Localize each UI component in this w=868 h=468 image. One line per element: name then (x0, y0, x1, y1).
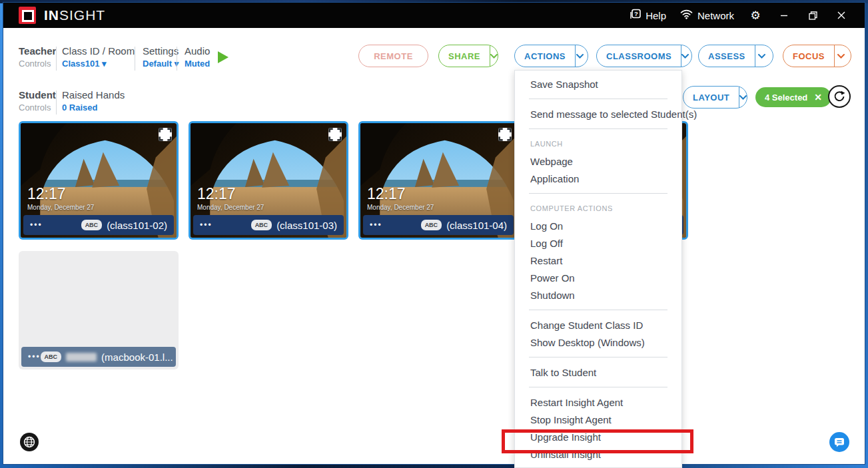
menu-separator (529, 387, 667, 387)
play-audio-icon[interactable] (218, 51, 228, 63)
lockscreen-clock: 12:17Monday, December 27 (27, 185, 94, 211)
menu-item-restart[interactable]: Restart (515, 252, 681, 269)
lockscreen-clock: 12:17Monday, December 27 (367, 185, 434, 211)
menu-item-restart-insight-agent[interactable]: Restart Insight Agent (515, 393, 681, 411)
raised-hands-count: 0 Raised (62, 103, 125, 113)
student-name: (macbook-01.l... (101, 351, 173, 363)
divider (135, 47, 135, 71)
student-name-bar: •••ABC(class101-02) (23, 215, 174, 235)
student-name: (class101-04) (446, 220, 507, 231)
chevron-down-icon[interactable] (575, 45, 584, 67)
expand-fullscreen-icon[interactable] (498, 128, 512, 141)
class-id-dropdown[interactable]: Class101 ▾ (62, 59, 135, 69)
title-bar: INSIGHT ? Help Network ⚙ (3, 3, 865, 28)
audio-status[interactable]: Muted (185, 59, 210, 69)
student-name-bar: •••ABC(class101-04) (363, 215, 514, 235)
menu-separator (529, 193, 667, 194)
refresh-button[interactable] (828, 85, 851, 108)
divider (56, 47, 57, 71)
menu-item-change-student-class-id[interactable]: Change Student Class ID (515, 316, 681, 334)
desktop: INSIGHT ? Help Network ⚙ (0, 0, 868, 468)
layout-button[interactable]: LAYOUT (683, 86, 747, 109)
svg-text:?: ? (634, 10, 638, 17)
student-name-bar: •••ABC(class101-03) (193, 215, 344, 235)
focus-button[interactable]: FOCUS (783, 45, 851, 67)
menu-separator (529, 357, 667, 357)
chevron-down-icon[interactable] (834, 45, 847, 67)
minimize-button[interactable] (773, 7, 795, 24)
thumbnail-options-dots[interactable]: ••• (30, 220, 43, 230)
chevron-down-icon[interactable] (490, 45, 498, 67)
help-label: Help (646, 10, 666, 21)
student-name: (class101-03) (276, 220, 337, 231)
app-title-bold: IN (44, 7, 59, 23)
menu-item-power-on[interactable]: Power On (515, 269, 681, 286)
settings-dropdown[interactable]: Default ▾ (143, 59, 179, 69)
insight-window: INSIGHT ? Help Network ⚙ (3, 3, 865, 464)
expand-fullscreen-icon[interactable] (328, 128, 342, 141)
menu-item-log-off[interactable]: Log Off (515, 234, 681, 252)
menu-section-header: COMPUTER ACTIONS (515, 200, 681, 217)
settings-group: Settings Default ▾ (143, 45, 179, 69)
actions-button[interactable]: ACTIONS (514, 45, 588, 67)
share-button[interactable]: SHARE (438, 45, 498, 67)
expand-fullscreen-icon[interactable] (159, 128, 172, 141)
menu-item-stop-insight-agent[interactable]: Stop Insight Agent (515, 411, 681, 428)
student-controls-label: Student Controls (19, 89, 56, 113)
chevron-down-icon[interactable] (755, 45, 769, 67)
help-icon: ? (630, 9, 641, 22)
menu-separator (529, 99, 667, 99)
abc-badge: ABC (251, 220, 272, 230)
remote-button[interactable]: REMOTE (358, 45, 428, 67)
student-thumbnail[interactable]: •••ABC(macbook-01.l... (19, 251, 179, 369)
network-label: Network (697, 10, 734, 21)
actions-menu: Save SnapshotSend message to selected St… (514, 70, 682, 468)
divider (56, 91, 57, 115)
network-button[interactable]: Network (676, 7, 738, 24)
class-id-room-group: Class ID / Room Class101 ▾ (62, 45, 135, 69)
raised-hands-group: Raised Hands 0 Raised (62, 89, 125, 113)
close-button[interactable] (830, 7, 853, 24)
chevron-down-icon[interactable] (739, 87, 747, 108)
audio-group: Audio Muted (185, 45, 210, 69)
globe-icon[interactable] (19, 432, 39, 452)
selected-count-badge[interactable]: 4 Selected ✕ (755, 87, 831, 107)
chat-bubble-button[interactable] (829, 432, 849, 452)
chevron-down-icon[interactable] (681, 45, 689, 67)
student-thumbnail[interactable]: 12:17Monday, December 27•••ABC(class101-… (189, 121, 348, 240)
redacted-student-name (66, 353, 97, 361)
menu-item-application[interactable]: Application (515, 170, 681, 187)
menu-item-show-desktop-windows[interactable]: Show Desktop (Windows) (515, 334, 681, 351)
wifi-icon (680, 9, 693, 21)
abc-badge: ABC (421, 220, 442, 230)
menu-item-uninstall-insight[interactable]: Uninstall Insight (515, 445, 681, 463)
app-title-light: SIGHT (59, 7, 105, 23)
menu-item-send-message-to-selected-student-s[interactable]: Send message to selected Student(s) (515, 105, 681, 122)
help-button[interactable]: ? Help (626, 6, 670, 25)
app-title: INSIGHT (44, 7, 105, 23)
menu-separator (529, 128, 667, 129)
divider (177, 47, 177, 71)
teacher-controls-label: Teacher Controls (19, 45, 56, 69)
clear-selection-icon[interactable]: ✕ (814, 92, 822, 103)
thumbnail-options-dots[interactable]: ••• (28, 352, 41, 361)
student-thumbnail[interactable]: 12:17Monday, December 27•••ABC(class101-… (358, 121, 518, 240)
menu-item-upgrade-insight[interactable]: Upgrade Insight (515, 428, 681, 445)
thumbnail-options-dots[interactable]: ••• (200, 220, 213, 230)
settings-gear-button[interactable]: ⚙ (744, 7, 767, 24)
classrooms-button[interactable]: CLASSROOMS (596, 45, 692, 67)
thumbnail-options-dots[interactable]: ••• (370, 220, 382, 230)
menu-item-talk-to-student[interactable]: Talk to Student (515, 363, 681, 381)
assess-button[interactable]: ASSESS (698, 45, 773, 67)
menu-item-log-on[interactable]: Log On (515, 217, 681, 234)
restore-button[interactable] (801, 7, 824, 24)
menu-item-save-snapshot[interactable]: Save Snapshot (515, 75, 681, 93)
abc-badge: ABC (81, 220, 103, 230)
menu-item-shutdown[interactable]: Shutdown (515, 286, 681, 304)
menu-item-webpage[interactable]: Webpage (515, 152, 681, 170)
student-name-bar: •••ABC(macbook-01.l... (21, 347, 176, 367)
menu-separator (529, 310, 667, 310)
lockscreen-clock: 12:17Monday, December 27 (197, 185, 264, 211)
student-thumbnail[interactable]: 12:17Monday, December 27•••ABC(class101-… (19, 121, 179, 240)
menu-section-header: LAUNCH (515, 135, 681, 152)
